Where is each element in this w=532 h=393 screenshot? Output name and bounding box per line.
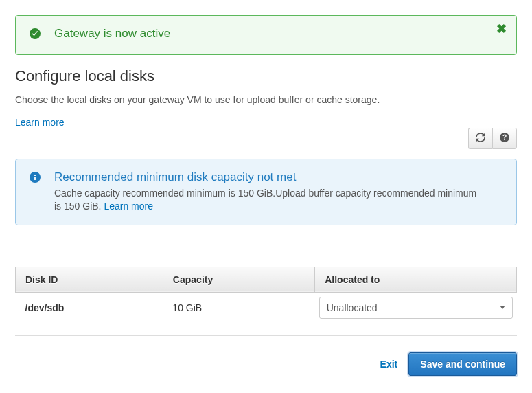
allocated-to-dropdown[interactable]: Unallocated [319,297,513,319]
alert-learn-more-link[interactable]: Learn more [104,201,153,212]
col-allocated-to: Allocated to [315,267,517,292]
page-title: Configure local disks [15,67,517,85]
cell-disk-id: /dev/sdb [16,292,163,323]
page-description: Choose the local disks on your gateway V… [15,93,517,107]
refresh-icon [476,133,485,144]
refresh-button[interactable] [468,128,492,149]
divider [15,335,517,336]
alert-success: Gateway is now active ✖ [15,15,517,55]
alert-info: Recommended minimum disk capacity not me… [15,159,517,225]
info-circle-icon [30,172,41,185]
save-and-continue-button[interactable]: Save and continue [408,352,517,376]
alert-info-text: Cache capacity recommended minimum is 15… [54,187,486,214]
footer-actions: Exit Save and continue [15,352,517,376]
toolbar [15,128,517,149]
alert-info-body: Recommended minimum disk capacity not me… [54,170,486,214]
help-button[interactable] [492,128,517,149]
help-icon [500,133,509,144]
learn-more-link[interactable]: Learn more [15,117,65,128]
check-circle-icon [30,28,41,41]
col-capacity: Capacity [163,267,314,292]
disks-table: Disk ID Capacity Allocated to /dev/sdb 1… [15,267,517,323]
cell-capacity: 10 GiB [163,292,314,323]
dropdown-value: Unallocated [327,302,378,313]
caret-down-icon [500,306,505,309]
exit-button[interactable]: Exit [380,359,398,370]
toolbar-buttons [468,128,517,149]
table-row: /dev/sdb 10 GiB Unallocated [16,292,517,323]
col-disk-id: Disk ID [16,267,163,292]
close-icon[interactable]: ✖ [496,23,507,35]
alert-success-body: Gateway is now active [54,27,486,43]
alert-success-title: Gateway is now active [54,27,486,41]
alert-info-title: Recommended minimum disk capacity not me… [54,170,486,184]
